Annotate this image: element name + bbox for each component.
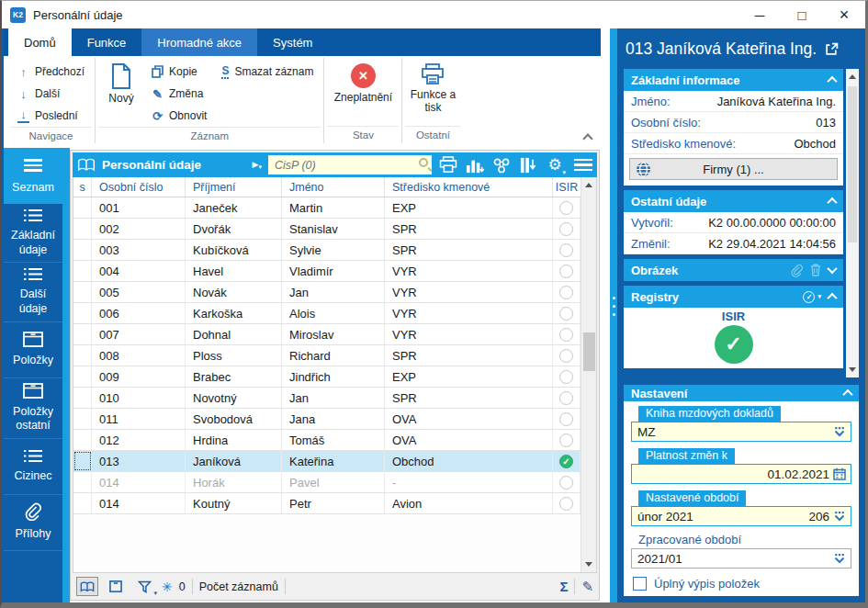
scroll-up-icon[interactable] — [849, 74, 856, 79]
close-button[interactable]: × — [823, 1, 865, 28]
paperclip-icon — [25, 502, 41, 521]
chevron-up-icon[interactable] — [827, 76, 837, 86]
table-row[interactable]: 003 Kubíčková Sylvie SPR — [73, 240, 581, 261]
workflow-button[interactable] — [491, 156, 512, 175]
new-button[interactable]: Nový — [98, 58, 144, 127]
sidebar-splitter[interactable] — [62, 148, 70, 602]
payroll-book-input[interactable]: MZ — [631, 422, 851, 442]
change-button[interactable]: ✎ Změna — [144, 83, 214, 105]
section-picture-header[interactable]: Obrázek — [624, 259, 843, 281]
grid-vertical-scrollbar[interactable] — [581, 177, 596, 572]
columns-button[interactable] — [518, 156, 538, 175]
sidebar-item-polozky[interactable]: Položky — [4, 322, 62, 378]
cell-personal-number: 006 — [92, 303, 186, 323]
dropdown-icon[interactable] — [833, 511, 846, 523]
scroll-down-icon[interactable] — [585, 562, 592, 567]
column-header-s[interactable]: s — [73, 177, 92, 197]
table-row[interactable]: 014 Koutný Petr Avion — [73, 493, 581, 514]
check-circle-icon[interactable]: ✓ — [803, 291, 815, 303]
functions-print-button[interactable]: Funkce a tisk — [405, 58, 460, 126]
table-row[interactable]: 007 Dohnal Miroslav VYR — [73, 324, 581, 345]
section-other-header[interactable]: Ostatní údaje — [624, 190, 843, 212]
validity-date-input[interactable]: 01.02.2021 — [631, 464, 851, 484]
sidebar-item-dalsi-udaje[interactable]: Další údaje — [4, 263, 62, 321]
copy-button[interactable]: Kopie — [144, 61, 214, 83]
scroll-thumb[interactable] — [848, 86, 857, 242]
tab-hromadne-akce[interactable]: Hromadné akce — [141, 28, 257, 56]
last-button[interactable]: ↓ Poslední — [10, 105, 92, 127]
table-row[interactable]: 009 Brabec Jindřich EXP — [73, 366, 581, 388]
registry-content: ISIR ✓ — [624, 308, 843, 368]
chart-button[interactable] — [465, 156, 485, 175]
table-row[interactable]: 004 Havel Vladimír VYR — [73, 261, 581, 282]
firms-button[interactable]: Firmy (1) ... — [629, 158, 838, 180]
scroll-up-icon[interactable] — [585, 183, 592, 187]
section-title: Základní informace — [631, 73, 739, 87]
sidebar-item-prilohy[interactable]: Přílohy — [4, 495, 62, 551]
cell-personal-number: 003 — [92, 240, 186, 260]
view-book-button[interactable] — [76, 577, 98, 596]
column-header-firstname[interactable]: Jméno — [282, 177, 385, 197]
panel-splitter[interactable] — [610, 28, 617, 602]
table-row[interactable]: 012 Hrdina Tomáš OVA — [73, 430, 581, 451]
tab-domu[interactable]: Domů — [8, 28, 72, 56]
panel-vertical-scrollbar[interactable] — [846, 69, 859, 377]
print-grid-button[interactable] — [438, 156, 458, 175]
tab-funkce[interactable]: Funkce — [72, 28, 142, 56]
tab-system[interactable]: Systém — [257, 28, 328, 56]
table-row[interactable]: 001 Janeček Martin EXP — [73, 197, 581, 219]
ribbon-collapse-icon[interactable] — [582, 133, 592, 143]
edit-pencil-button[interactable]: ✎ — [581, 579, 593, 595]
chevron-down-icon[interactable] — [827, 264, 837, 274]
chevron-up-icon[interactable] — [827, 197, 837, 208]
table-row[interactable]: 013 Janíková Kateřina Obchod ✓ — [73, 451, 581, 472]
search-input[interactable] — [268, 155, 432, 175]
full-listing-checkbox[interactable] — [633, 577, 647, 591]
filter-button[interactable]: ▾ — [133, 577, 155, 596]
table-row[interactable]: 005 Novák Jan VYR — [73, 282, 581, 303]
box-icon — [23, 383, 43, 399]
sum-button[interactable]: Σ — [559, 579, 568, 594]
section-basic-header[interactable]: Základní informace — [624, 69, 843, 91]
table-row[interactable]: 010 Novotný Jan SPR — [73, 388, 581, 409]
minimize-button[interactable]: ─ — [738, 1, 781, 28]
table-row[interactable]: 008 Ploss Richard SPR — [73, 345, 581, 366]
scroll-thumb[interactable] — [583, 332, 595, 371]
invalidate-label: Zneplatnění — [334, 91, 392, 104]
dropdown-icon[interactable] — [833, 553, 846, 565]
play-menu-icon[interactable]: ▶▾ — [253, 161, 262, 170]
view-card-button[interactable] — [105, 577, 127, 596]
next-button[interactable]: ↓ Další — [10, 83, 92, 105]
open-in-window-icon[interactable] — [825, 42, 839, 56]
previous-button[interactable]: ↑ Předchozí — [10, 61, 92, 83]
scroll-down-icon[interactable] — [849, 367, 856, 372]
calendar-icon[interactable] — [833, 467, 846, 480]
condition-icon[interactable]: ✳ — [162, 580, 173, 594]
section-settings-header[interactable]: Nastavení — [624, 385, 859, 401]
sidebar-item-polozky-ostatni[interactable]: Položky ostatní — [4, 378, 62, 439]
grid-settings-button[interactable]: ⚙ ▾ — [545, 156, 565, 175]
table-row[interactable]: 011 Svobodová Jana OVA — [73, 409, 581, 430]
dropdown-icon[interactable] — [833, 426, 846, 438]
ribbon-group-stav: ✕ Zneplatnění Stav — [323, 58, 401, 143]
table-row[interactable]: 002 Dvořák Stanislav SPR — [73, 219, 581, 240]
refresh-button[interactable]: ⟳ Obnovit — [144, 105, 214, 127]
sidebar-item-cizinec[interactable]: Cizinec — [4, 439, 62, 495]
table-row[interactable]: 014 Horák Pavel - — [73, 472, 581, 493]
chevron-up-icon[interactable] — [842, 389, 852, 400]
set-period-input[interactable]: únor 2021 206 — [631, 506, 851, 526]
grid-menu-icon[interactable] — [574, 156, 592, 175]
invalidate-button[interactable]: ✕ Zneplatnění — [327, 58, 399, 126]
section-registry-header[interactable]: Registry ✓ ▾ — [624, 286, 843, 308]
processed-period-input[interactable]: 2021/01 — [631, 548, 851, 569]
column-header-surname[interactable]: Příjmení — [186, 177, 282, 197]
delete-record-button[interactable]: S Smazat záznam — [214, 61, 321, 83]
maximize-button[interactable]: □ — [781, 1, 823, 28]
column-header-isir[interactable]: ISIR — [553, 177, 581, 197]
chevron-up-icon[interactable] — [827, 293, 837, 303]
sidebar-item-zakladni-udaje[interactable]: Základní údaje — [4, 204, 62, 263]
column-header-personal-number[interactable]: Osobní číslo — [92, 177, 186, 197]
table-row[interactable]: 006 Karkoška Alois VYR — [73, 303, 581, 324]
sidebar-item-seznam[interactable]: Seznam — [4, 148, 62, 204]
column-header-department[interactable]: Středisko kmenové — [385, 177, 553, 197]
